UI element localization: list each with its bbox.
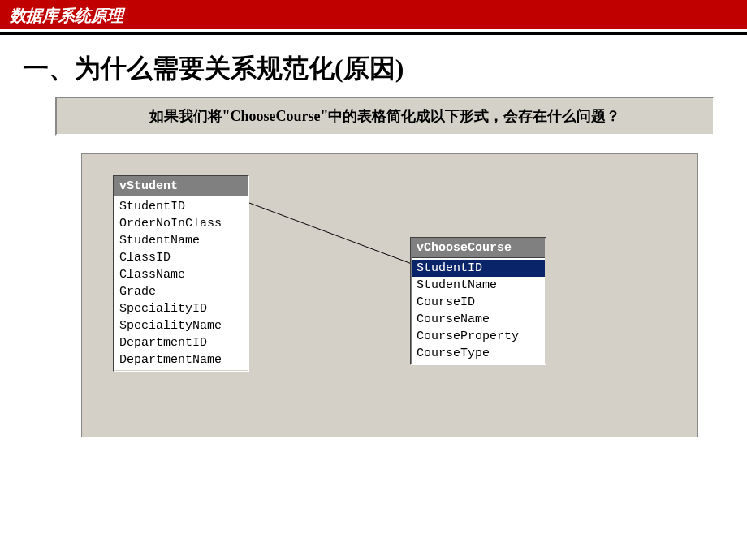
- table-field[interactable]: StudentID: [114, 198, 248, 215]
- table-vstudent-header: vStudent: [114, 177, 248, 196]
- table-field[interactable]: SpecialityID: [114, 300, 248, 317]
- question-text: 如果我们将"ChooseCourse"中的表格简化成以下形式，会存在什么问题？: [149, 108, 621, 124]
- table-field[interactable]: OrderNoInClass: [114, 215, 248, 232]
- table-field[interactable]: CourseID: [412, 294, 545, 311]
- table-field[interactable]: CourseName: [412, 311, 545, 328]
- table-field[interactable]: CourseProperty: [412, 328, 545, 345]
- table-field[interactable]: StudentName: [114, 232, 248, 249]
- table-vstudent: vStudent StudentIDOrderNoInClassStudentN…: [113, 175, 249, 372]
- er-diagram-area: vStudent StudentIDOrderNoInClassStudentN…: [81, 153, 698, 437]
- header-title: 数据库系统原理: [10, 6, 123, 24]
- table-field[interactable]: DepartmentName: [114, 351, 248, 368]
- table-vchoosecourse-fields: StudentIDStudentNameCourseIDCourseNameCo…: [412, 258, 545, 364]
- table-vchoosecourse-header: vChooseCourse: [412, 239, 545, 258]
- table-field[interactable]: ClassID: [114, 249, 248, 266]
- slide-header: 数据库系统原理: [0, 0, 747, 29]
- table-field[interactable]: CourseType: [412, 345, 545, 362]
- table-field[interactable]: StudentName: [412, 277, 545, 294]
- table-vstudent-fields: StudentIDOrderNoInClassStudentNameClassI…: [114, 196, 248, 370]
- question-box: 如果我们将"ChooseCourse"中的表格简化成以下形式，会存在什么问题？: [55, 97, 715, 136]
- table-field[interactable]: DepartmentID: [114, 334, 248, 351]
- table-field[interactable]: ClassName: [114, 266, 248, 283]
- table-field[interactable]: Grade: [114, 283, 248, 300]
- table-field[interactable]: SpecialityName: [114, 317, 248, 334]
- table-vchoosecourse: vChooseCourse StudentIDStudentNameCourse…: [410, 237, 546, 365]
- svg-line-0: [249, 203, 412, 264]
- table-field[interactable]: StudentID: [412, 260, 545, 277]
- main-title: 一、为什么需要关系规范化(原因): [0, 35, 747, 97]
